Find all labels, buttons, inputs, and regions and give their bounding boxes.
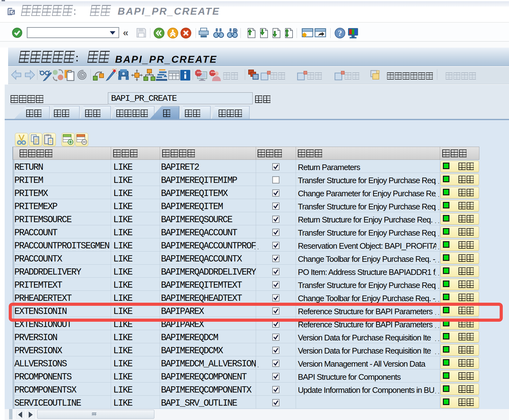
svg-text:?: ? xyxy=(338,29,342,38)
svg-text:STOP: STOP xyxy=(197,71,203,74)
svg-text:STOP: STOP xyxy=(211,71,216,73)
